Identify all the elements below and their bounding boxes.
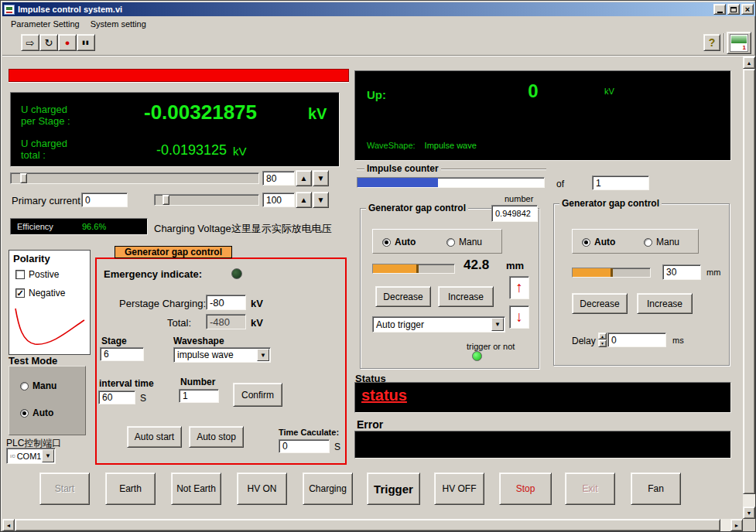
voltage-increment-button[interactable]: ▲ xyxy=(296,170,312,186)
stop-button[interactable]: Stop xyxy=(499,472,552,505)
auto-start-button[interactable]: Auto start xyxy=(127,426,182,448)
gap-right-manu-radio[interactable]: Manu xyxy=(644,237,679,247)
negative-checkbox[interactable]: ✓ xyxy=(15,288,25,298)
scroll-down-button[interactable]: ▼ xyxy=(743,506,755,519)
u-charged-stage-value: -0.00321875 xyxy=(119,101,282,124)
waveshape-dropdown[interactable]: impulse wave ▼ xyxy=(173,347,271,363)
abort-button[interactable]: ● xyxy=(58,34,77,51)
scroll-right-button[interactable]: ► xyxy=(730,519,743,531)
run-button[interactable]: ⇨ xyxy=(21,34,39,51)
gap-right-increase-button[interactable]: Increase xyxy=(637,293,693,314)
gap-right-value-field[interactable]: 30 xyxy=(662,264,701,280)
plc-port-dropdown[interactable]: I/O COM1 ▼ xyxy=(6,448,56,464)
earth-button[interactable]: Earth xyxy=(105,472,156,505)
voltage-setpoint-slider-thumb[interactable] xyxy=(20,173,27,183)
close-button[interactable]: × xyxy=(741,4,754,15)
waveshape-select-label: Waveshape xyxy=(173,336,224,346)
fan-label: Fan xyxy=(648,483,664,494)
run-continuous-button[interactable]: ↻ xyxy=(39,34,58,51)
fan-button[interactable]: Fan xyxy=(631,472,681,505)
gap-number-indicator: 0.949842 xyxy=(491,205,538,222)
vi-icon[interactable]: 1 xyxy=(727,32,751,54)
gap-right-slider[interactable] xyxy=(572,268,651,278)
gap-mid-decrease-button[interactable]: Decrease xyxy=(375,286,431,307)
gap-right-auto-label: Auto xyxy=(594,237,615,247)
current-setpoint-field[interactable]: 100 xyxy=(262,193,295,207)
auto-stop-button[interactable]: Auto stop xyxy=(189,426,244,448)
polarity-title: Polarity xyxy=(13,253,50,264)
gap-mid-slider[interactable] xyxy=(372,264,455,274)
current-increment-button[interactable]: ▲ xyxy=(296,192,312,208)
trigger-or-not-label: trigger or not xyxy=(467,342,515,351)
hv-on-button[interactable]: HV ON xyxy=(237,472,287,505)
not-earth-button[interactable]: Not Earth xyxy=(171,472,221,505)
horizontal-scrollbar[interactable]: ◄ ► xyxy=(2,519,743,531)
impulse-number-field[interactable]: 1 xyxy=(179,389,219,403)
pause-button[interactable]: ▮▮ xyxy=(77,34,95,51)
menu-item-parameter-setting[interactable]: Parameter Setting xyxy=(5,18,85,30)
positive-checkbox[interactable] xyxy=(15,270,25,279)
maximize-button[interactable] xyxy=(727,4,740,15)
hv-off-label: HV OFF xyxy=(443,483,477,494)
u-charged-total-unit: kV xyxy=(233,145,247,158)
gap-mid-manu-label: Manu xyxy=(459,237,482,247)
dropdown-arrow-icon[interactable]: ▼ xyxy=(491,318,504,331)
start-button[interactable]: Start xyxy=(39,472,90,505)
scroll-down-icon: ▼ xyxy=(747,510,752,516)
gap-mid-auto-radio[interactable]: Auto xyxy=(382,237,416,247)
gap-mid-mode-box: Auto Manu xyxy=(372,229,502,254)
gap-mid-decrease-label: Decrease xyxy=(383,292,422,302)
trigger-mode-value: Auto trigger xyxy=(376,319,424,330)
delay-spinner-up[interactable]: ▲ xyxy=(598,332,607,339)
time-caculate-label: Time Caculate: xyxy=(279,428,339,437)
current-setpoint-slider-thumb[interactable] xyxy=(162,195,169,205)
impulse-counter-total-field[interactable]: 1 xyxy=(592,176,649,190)
hv-off-button[interactable]: HV OFF xyxy=(434,472,484,505)
exit-button[interactable]: Exit xyxy=(565,472,615,505)
radio-icon[interactable] xyxy=(644,238,652,247)
help-icon: ? xyxy=(709,36,716,49)
gap-mid-slider-handle[interactable] xyxy=(416,264,419,273)
titlebar[interactable]: Impulse control system.vi × xyxy=(2,2,755,16)
charging-button[interactable]: Charging xyxy=(303,472,353,505)
stage-field[interactable]: 6 xyxy=(100,347,144,361)
dropdown-arrow-icon[interactable]: ▼ xyxy=(42,449,54,462)
radio-icon[interactable] xyxy=(582,238,590,247)
perstage-charging-field[interactable]: -80 xyxy=(206,295,246,310)
gap-right-auto-radio[interactable]: Auto xyxy=(582,237,615,247)
test-mode-manu-radio[interactable]: Manu xyxy=(20,380,56,391)
trigger-button[interactable]: Trigger xyxy=(367,472,420,505)
app-icon-glyph xyxy=(6,7,12,10)
gap-right-slider-handle[interactable] xyxy=(611,268,613,277)
time-caculate-unit: S xyxy=(334,442,340,452)
current-setpoint-slider[interactable] xyxy=(154,194,259,206)
help-button[interactable]: ? xyxy=(703,34,720,51)
vertical-scrollbar[interactable]: ▲ ▼ xyxy=(743,56,755,519)
waveshape-row: WaveShape: Impulse wave xyxy=(367,141,477,150)
scroll-up-button[interactable]: ▲ xyxy=(743,56,755,69)
confirm-button[interactable]: Confirm xyxy=(233,383,282,407)
test-mode-auto-radio[interactable]: Auto xyxy=(20,408,53,418)
delay-spinner-down[interactable]: ▼ xyxy=(598,339,607,347)
horizontal-scroll-thumb[interactable] xyxy=(15,519,720,531)
radio-icon[interactable] xyxy=(20,382,29,390)
trigger-mode-dropdown[interactable]: Auto trigger ▼ xyxy=(372,316,505,332)
current-decrement-button[interactable]: ▼ xyxy=(313,192,329,208)
menu-item-system-setting[interactable]: System setting xyxy=(85,18,152,30)
vertical-scroll-thumb[interactable] xyxy=(743,69,755,494)
radio-icon[interactable] xyxy=(446,238,455,247)
minimize-button[interactable] xyxy=(713,4,726,15)
abort-icon: ● xyxy=(65,38,70,47)
radio-icon[interactable] xyxy=(20,409,29,418)
voltage-setpoint-field[interactable]: 80 xyxy=(262,171,295,186)
gap-right-decrease-button[interactable]: Decrease xyxy=(572,293,628,314)
delay-field[interactable]: 0 xyxy=(607,332,666,347)
gap-mid-increase-button[interactable]: Increase xyxy=(438,286,494,307)
radio-icon[interactable] xyxy=(382,238,391,247)
interval-time-field[interactable]: 60 xyxy=(98,390,135,404)
scroll-left-button[interactable]: ◄ xyxy=(2,519,15,531)
gap-mid-manu-radio[interactable]: Manu xyxy=(446,237,482,247)
dropdown-arrow-icon[interactable]: ▼ xyxy=(257,349,269,361)
voltage-setpoint-slider[interactable] xyxy=(10,172,259,184)
voltage-decrement-button[interactable]: ▼ xyxy=(313,170,329,186)
